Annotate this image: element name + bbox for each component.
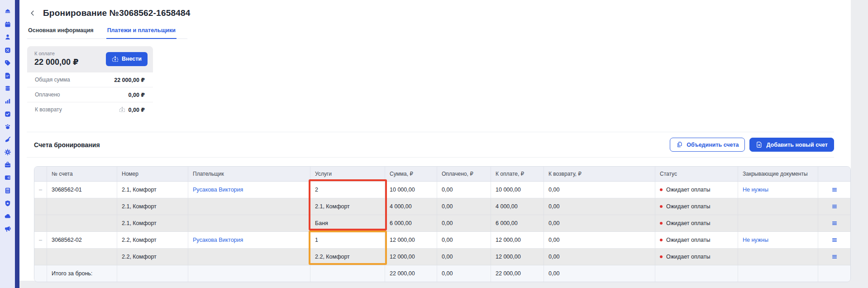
cell-refund: 0,00 <box>544 232 655 249</box>
total-label: Итого за бронь: <box>47 265 117 282</box>
tab-payments[interactable]: Платежи и плательщики <box>106 24 176 39</box>
security-shield-icon[interactable] <box>4 200 11 207</box>
cell-sum: 10 000,00 <box>385 182 437 198</box>
status-dot <box>660 255 663 258</box>
add-invoice-button[interactable]: Добавить новый счет <box>749 138 834 152</box>
discount-icon[interactable] <box>4 47 11 54</box>
status-dot <box>660 239 663 241</box>
status-text: Ожидает оплаты <box>666 220 710 226</box>
cleaning-icon[interactable] <box>4 136 11 143</box>
page-title: Бронирование №3068562-1658484 <box>43 8 190 18</box>
cell-docs <box>738 215 818 232</box>
cell-number: 2.1, Комфорт <box>117 215 188 232</box>
cell-refund: 0,00 <box>544 215 655 232</box>
cell-paid: 0,00 <box>437 232 491 249</box>
payment-due-block: К оплате 22 000,00 ₽ Внести <box>27 46 153 72</box>
cash-in-icon <box>112 56 119 62</box>
cell-sum: 12 000,00 <box>385 249 437 265</box>
bar-chart-icon[interactable] <box>4 97 11 105</box>
chevron-left-icon <box>29 10 36 17</box>
row-expander <box>34 198 47 215</box>
total-sum: 22 000,00 <box>385 265 437 282</box>
invoices-table-wrap: № счета Номер Плательщик Услуги Сумма, ₽… <box>34 166 851 282</box>
pay-button[interactable]: Внести <box>106 52 148 66</box>
row-menu-icon[interactable] <box>831 220 838 226</box>
document-plus-icon <box>756 141 763 148</box>
cell-payer <box>188 198 310 215</box>
table-row: 2.1, Комфорт Баня 6 000,00 0,00 6 000,00… <box>34 215 850 232</box>
calendar-icon[interactable] <box>4 21 11 28</box>
page-header: Бронирование №3068562-1658484 <box>28 0 851 18</box>
col-expander <box>34 167 47 182</box>
total-due: 22 000,00 <box>491 265 544 282</box>
cell-refund: 0,00 <box>544 182 655 198</box>
table-total-row: Итого за бронь: 22 000,00 0,00 22 000,00… <box>34 265 850 282</box>
bell-icon[interactable] <box>4 8 11 15</box>
cell-number: 2.1, Комфорт <box>117 182 188 198</box>
payment-summary-card: К оплате 22 000,00 ₽ Внести Общая сумма … <box>27 46 153 117</box>
row-expander[interactable]: – <box>34 182 47 198</box>
document-icon[interactable] <box>4 72 11 79</box>
cloud-icon[interactable] <box>4 212 11 220</box>
cell-paid: 0,00 <box>437 249 491 265</box>
calculator-icon[interactable] <box>4 187 11 194</box>
back-button[interactable] <box>28 8 38 18</box>
tab-main-info[interactable]: Основная информация <box>27 24 95 38</box>
col-refund: К возврату, ₽ <box>544 167 655 182</box>
row-expander[interactable]: – <box>34 232 47 249</box>
table-row: – 3068562-02 2.2, Комфорт Русакова Викто… <box>34 232 850 249</box>
paid-label: Оплачено <box>35 91 60 98</box>
status-dot <box>660 188 663 191</box>
cell-due: 4 000,00 <box>491 198 544 215</box>
col-closing-docs: Закрывающие документы <box>738 167 818 182</box>
cell-number: 2.2, Комфорт <box>117 249 188 265</box>
coins-icon[interactable] <box>4 85 11 92</box>
pets-icon[interactable] <box>4 123 11 130</box>
tag-icon[interactable] <box>4 59 11 67</box>
cell-sum: 4 000,00 <box>385 198 437 215</box>
merge-invoices-button[interactable]: Объединить счета <box>670 138 745 152</box>
row-menu-icon[interactable] <box>831 237 838 243</box>
sidebar-divider-strip <box>15 0 19 288</box>
status-text: Ожидает оплаты <box>666 203 710 210</box>
table-header-row: № счета Номер Плательщик Услуги Сумма, ₽… <box>34 167 850 182</box>
cell-refund: 0,00 <box>544 198 655 215</box>
invoices-section-header: Счета бронирования Объединить счета Доба… <box>27 132 834 158</box>
total-paid: 0,00 <box>437 265 491 282</box>
main-panel: Бронирование №3068562-1658484 Основная и… <box>19 0 851 281</box>
cell-paid: 0,00 <box>437 215 491 232</box>
col-invoice-number: № счета <box>47 167 117 182</box>
tasks-check-icon[interactable] <box>4 110 11 118</box>
cell-sum: 12 000,00 <box>385 232 437 249</box>
user-icon[interactable] <box>4 34 11 41</box>
tab-bar: Основная информация Платежи и плательщик… <box>27 24 187 39</box>
closing-docs-link[interactable]: Не нужны <box>743 237 768 243</box>
col-services: Услуги <box>310 167 385 182</box>
status-text: Ожидает оплаты <box>666 237 710 243</box>
settings-gear-icon[interactable] <box>4 149 11 156</box>
payer-link[interactable]: Русакова Виктория <box>193 237 243 243</box>
row-menu-icon[interactable] <box>831 187 838 193</box>
wallet-icon[interactable] <box>4 174 11 181</box>
col-payer: Плательщик <box>188 167 310 182</box>
closing-docs-link[interactable]: Не нужны <box>743 187 768 193</box>
megaphone-icon[interactable] <box>4 225 11 232</box>
due-amount: 22 000,00 ₽ <box>34 57 79 67</box>
briefcase-icon[interactable] <box>4 161 11 168</box>
payer-link[interactable]: Русакова Виктория <box>193 187 243 193</box>
merge-invoices-label: Объединить счета <box>687 142 739 148</box>
refund-label: К возврату <box>35 106 62 113</box>
cell-paid: 0,00 <box>437 182 491 198</box>
cell-payer <box>188 215 310 232</box>
payment-detail-rows: Общая сумма 22 000,00 ₽ Оплачено 0,00 ₽ … <box>27 72 153 117</box>
row-menu-icon[interactable] <box>831 203 838 210</box>
col-sum: Сумма, ₽ <box>385 167 437 182</box>
row-menu-icon[interactable] <box>831 254 838 260</box>
total-sum-row: Общая сумма 22 000,00 ₽ <box>27 72 153 87</box>
refund-value: 0,00 ₽ <box>129 106 145 113</box>
cell-paid: 0,00 <box>437 198 491 215</box>
cell-due: 6 000,00 <box>491 215 544 232</box>
invoices-section: Счета бронирования Объединить счета Доба… <box>27 132 834 282</box>
sidebar <box>0 0 15 288</box>
cell-number: 2.1, Комфорт <box>117 198 188 215</box>
